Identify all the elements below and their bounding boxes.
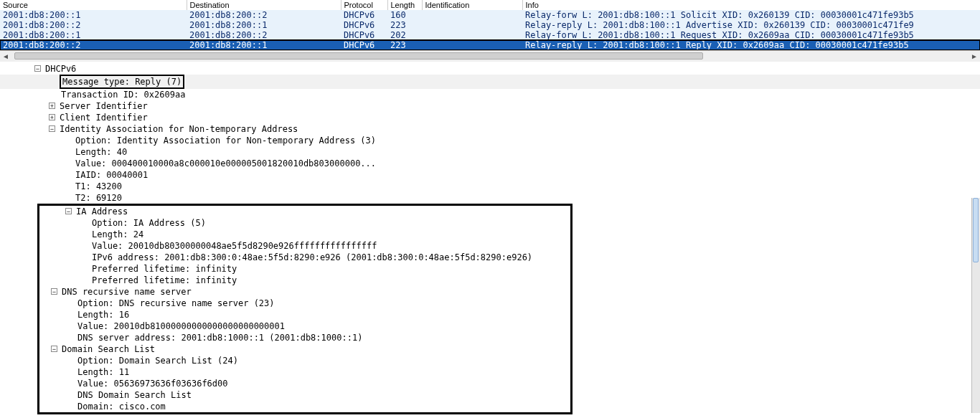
tree-iana-t1[interactable]: T1: 43200 bbox=[0, 181, 980, 192]
tree-dns[interactable]: −DNS recursive name server bbox=[39, 286, 570, 298]
collapse-icon[interactable]: − bbox=[34, 65, 41, 72]
vscroll-thumb[interactable] bbox=[973, 198, 979, 262]
table-row[interactable]: 2001:db8:200::22001:db8:200::1DHCPv6223R… bbox=[0, 40, 980, 50]
tree-label: Domain: cisco.com bbox=[77, 402, 166, 412]
tree-message-type[interactable]: Message type: Reply (7) bbox=[0, 75, 980, 89]
col-header-protocol[interactable]: Protocol bbox=[341, 0, 387, 10]
tree-label: Option: Identity Association for Non-tem… bbox=[75, 136, 376, 146]
tree-iana[interactable]: −Identity Association for Non-temporary … bbox=[0, 123, 980, 135]
cell-proto: DHCPv6 bbox=[341, 10, 387, 20]
tree-iaaddr-pref2[interactable]: Preferred lifetime: infinity bbox=[39, 275, 570, 286]
collapse-icon[interactable]: − bbox=[49, 125, 55, 132]
tree-label: IPv6 address: 2001:db8:300:0:48ae:5f5d:8… bbox=[92, 252, 532, 262]
tree-dns-length[interactable]: Length: 16 bbox=[39, 309, 570, 320]
scroll-left-icon[interactable]: ◄ bbox=[0, 51, 11, 62]
tree-label: T2: 69120 bbox=[75, 193, 122, 203]
tree-iana-iaid[interactable]: IAID: 00040001 bbox=[0, 169, 980, 181]
scroll-thumb[interactable] bbox=[14, 52, 703, 60]
collapse-icon[interactable]: − bbox=[65, 208, 72, 214]
tree-label: DHCPv6 bbox=[45, 64, 76, 74]
packet-list-hscrollbar[interactable]: ◄ ► bbox=[0, 50, 980, 62]
expand-icon[interactable]: + bbox=[49, 103, 55, 109]
cell-proto: DHCPv6 bbox=[341, 20, 387, 30]
packet-details-tree[interactable]: −DHCPv6 Message type: Reply (7) Transact… bbox=[0, 62, 980, 414]
col-header-source[interactable]: Source bbox=[0, 0, 187, 10]
tree-label: Preferred lifetime: infinity bbox=[92, 264, 237, 274]
cell-id bbox=[422, 10, 522, 20]
tree-iana-value[interactable]: Value: 000400010000a8c000010e00000500182… bbox=[0, 158, 980, 169]
cell-id bbox=[422, 30, 522, 40]
tree-dsl-value[interactable]: Value: 05636973636f03636f6d00 bbox=[39, 378, 570, 389]
scroll-right-icon[interactable]: ► bbox=[969, 51, 980, 62]
tree-label: Preferred lifetime: infinity bbox=[92, 275, 237, 285]
cell-id bbox=[422, 20, 522, 30]
collapse-icon[interactable]: − bbox=[51, 288, 57, 295]
collapse-icon[interactable]: − bbox=[51, 346, 57, 352]
details-vscrollbar[interactable] bbox=[971, 198, 980, 413]
cell-dst: 2001:db8:200::2 bbox=[187, 10, 341, 20]
tree-iana-length[interactable]: Length: 40 bbox=[0, 146, 980, 158]
tree-dsl[interactable]: −Domain Search List bbox=[39, 343, 570, 355]
cell-dst: 2001:db8:200::1 bbox=[187, 40, 341, 50]
tree-label: Length: 16 bbox=[77, 310, 129, 320]
tree-dns-addr[interactable]: DNS server address: 2001:db8:1000::1 (20… bbox=[39, 332, 570, 343]
tree-dsl-domain[interactable]: Domain: cisco.com bbox=[39, 401, 570, 412]
tree-server-identifier[interactable]: +Server Identifier bbox=[0, 100, 980, 112]
cell-src: 2001:db8:200::1 bbox=[0, 10, 187, 20]
col-header-identification[interactable]: Identification bbox=[422, 0, 522, 10]
tree-iaaddr-value[interactable]: Value: 20010db80300000048ae5f5d8290e926f… bbox=[39, 240, 570, 252]
tree-label: Length: 40 bbox=[75, 147, 127, 157]
tree-label: T1: 43200 bbox=[75, 181, 122, 191]
tree-dns-option[interactable]: Option: DNS recursive name server (23) bbox=[39, 298, 570, 309]
tree-label: Option: DNS recursive name server (23) bbox=[77, 298, 275, 308]
tree-label: Value: 000400010000a8c000010e00000500182… bbox=[75, 158, 376, 168]
tree-label: Domain Search List bbox=[62, 344, 155, 354]
tree-iaaddr-length[interactable]: Length: 24 bbox=[39, 229, 570, 240]
tree-label: Length: 11 bbox=[77, 367, 129, 377]
tree-iaaddr[interactable]: −IA Address bbox=[39, 206, 570, 217]
tree-label: Message type: Reply (7) bbox=[60, 75, 184, 89]
col-header-destination[interactable]: Destination bbox=[187, 0, 341, 10]
table-row[interactable]: 2001:db8:200::22001:db8:200::1DHCPv6223R… bbox=[0, 20, 980, 30]
cell-len: 160 bbox=[387, 10, 422, 20]
table-row[interactable]: 2001:db8:200::12001:db8:200::2DHCPv6202R… bbox=[0, 30, 980, 40]
tree-label: Server Identifier bbox=[60, 101, 148, 111]
tree-iana-t2[interactable]: T2: 69120 bbox=[0, 192, 980, 204]
packet-list-header[interactable]: Source Destination Protocol Length Ident… bbox=[0, 0, 980, 10]
tree-label: Transaction ID: 0x2609aa bbox=[61, 90, 185, 100]
cell-info: Relay-reply L: 2001:db8:100::1 Advertise… bbox=[522, 20, 980, 30]
tree-iana-option[interactable]: Option: Identity Association for Non-tem… bbox=[0, 135, 980, 146]
cell-len: 223 bbox=[387, 20, 422, 30]
tree-label: Option: Domain Search List (24) bbox=[77, 356, 238, 366]
tree-iaaddr-option[interactable]: Option: IA Address (5) bbox=[39, 217, 570, 229]
tree-label: Identity Association for Non-temporary A… bbox=[60, 124, 298, 134]
tree-client-identifier[interactable]: +Client Identifier bbox=[0, 112, 980, 123]
tree-iaaddr-ipv6[interactable]: IPv6 address: 2001:db8:300:0:48ae:5f5d:8… bbox=[39, 252, 570, 263]
tree-dsl-list[interactable]: DNS Domain Search List bbox=[39, 389, 570, 401]
cell-proto: DHCPv6 bbox=[341, 30, 387, 40]
tree-dhcpv6[interactable]: −DHCPv6 bbox=[0, 63, 980, 75]
cell-id bbox=[422, 40, 522, 50]
tree-iaaddr-pref1[interactable]: Preferred lifetime: infinity bbox=[39, 263, 570, 275]
tree-dsl-length[interactable]: Length: 11 bbox=[39, 366, 570, 378]
cell-src: 2001:db8:200::1 bbox=[0, 30, 187, 40]
cell-src: 2001:db8:200::2 bbox=[0, 20, 187, 30]
packet-list-table[interactable]: Source Destination Protocol Length Ident… bbox=[0, 0, 980, 50]
tree-dsl-option[interactable]: Option: Domain Search List (24) bbox=[39, 355, 570, 366]
tree-label: DNS Domain Search List bbox=[77, 390, 192, 400]
tree-dns-value[interactable]: Value: 20010db81000000000000000000000001 bbox=[39, 320, 570, 332]
cell-src: 2001:db8:200::2 bbox=[0, 40, 187, 50]
cell-info: Relay-forw L: 2001:db8:100::1 Request XI… bbox=[522, 30, 980, 40]
tree-label: Value: 20010db80300000048ae5f5d8290e926f… bbox=[92, 241, 377, 251]
cell-len: 223 bbox=[387, 40, 422, 50]
tree-transaction-id[interactable]: Transaction ID: 0x2609aa bbox=[0, 89, 980, 100]
col-header-length[interactable]: Length bbox=[387, 0, 422, 10]
col-header-info[interactable]: Info bbox=[522, 0, 980, 10]
expand-icon[interactable]: + bbox=[49, 114, 55, 120]
tree-label: Client Identifier bbox=[60, 113, 148, 123]
tree-label: Length: 24 bbox=[92, 229, 143, 239]
table-row[interactable]: 2001:db8:200::12001:db8:200::2DHCPv6160R… bbox=[0, 10, 980, 20]
tree-label: IAID: 00040001 bbox=[75, 170, 148, 180]
tree-label: Value: 20010db81000000000000000000000001 bbox=[77, 321, 285, 331]
tree-label: DNS server address: 2001:db8:1000::1 (20… bbox=[77, 333, 362, 343]
